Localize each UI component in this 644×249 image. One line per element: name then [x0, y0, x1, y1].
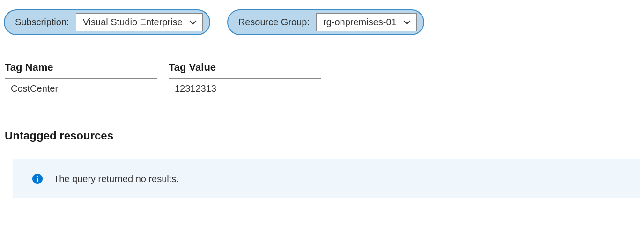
resource-group-label: Resource Group:: [238, 17, 310, 28]
resource-group-filter-pill: Resource Group: rg-onpremises-01: [227, 9, 424, 35]
chevron-down-icon: [403, 20, 411, 25]
tag-inputs-row: Tag Name Tag Value: [4, 61, 640, 99]
subscription-selected-value: Visual Studio Enterprise: [83, 17, 183, 28]
untagged-resources-heading: Untagged resources: [4, 129, 640, 142]
filters-row: Subscription: Visual Studio Enterprise R…: [4, 9, 640, 35]
info-icon: [32, 173, 43, 184]
tag-name-label: Tag Name: [5, 61, 157, 73]
tag-name-input[interactable]: [5, 78, 157, 99]
tag-value-field: Tag Value: [169, 61, 321, 99]
tag-value-input[interactable]: [169, 78, 321, 99]
info-banner: The query returned no results.: [13, 159, 640, 198]
tag-value-label: Tag Value: [169, 61, 321, 73]
resource-group-select[interactable]: rg-onpremises-01: [316, 13, 417, 31]
subscription-label: Subscription:: [15, 17, 69, 28]
tag-name-field: Tag Name: [5, 61, 157, 99]
subscription-select[interactable]: Visual Studio Enterprise: [76, 13, 203, 31]
resource-group-selected-value: rg-onpremises-01: [323, 17, 397, 28]
info-banner-message: The query returned no results.: [53, 174, 179, 184]
subscription-filter-pill: Subscription: Visual Studio Enterprise: [4, 9, 210, 35]
svg-point-1: [37, 176, 38, 177]
chevron-down-icon: [189, 20, 197, 25]
svg-rect-2: [37, 178, 38, 182]
